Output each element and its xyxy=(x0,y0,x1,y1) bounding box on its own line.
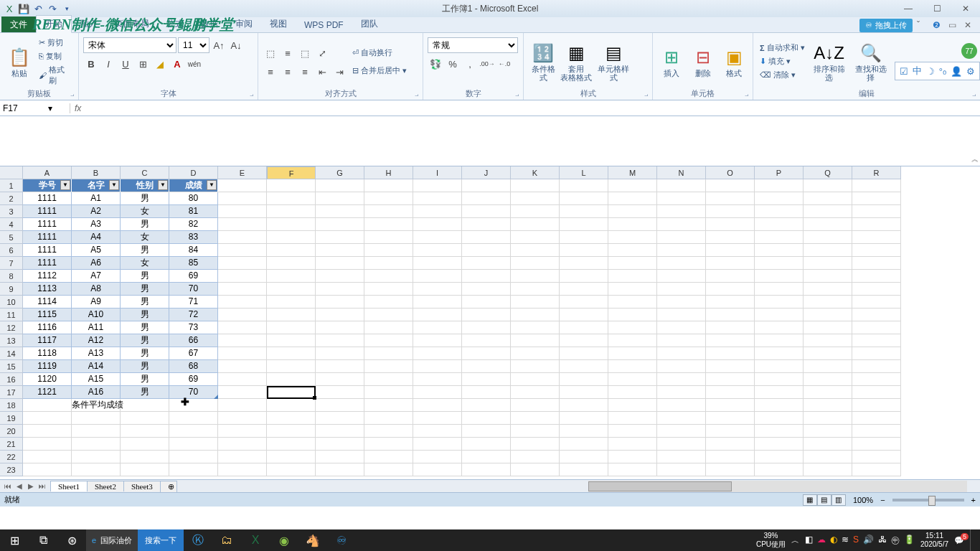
cell[interactable] xyxy=(560,321,608,334)
cell[interactable] xyxy=(267,438,316,451)
cell[interactable] xyxy=(511,463,560,476)
cell[interactable] xyxy=(218,386,267,399)
cell[interactable] xyxy=(462,231,511,244)
cell[interactable]: 1111 xyxy=(23,218,72,231)
cell[interactable] xyxy=(657,334,706,347)
cell[interactable] xyxy=(608,425,657,438)
cell[interactable]: 男 xyxy=(121,244,169,257)
cell[interactable] xyxy=(267,360,316,373)
cell[interactable]: 1111 xyxy=(23,257,72,270)
cell[interactable] xyxy=(608,451,657,463)
app-explorer-icon[interactable]: 🗂 xyxy=(212,529,241,551)
align-center-icon[interactable]: ≡ xyxy=(280,65,296,80)
cell[interactable] xyxy=(706,283,755,296)
cell[interactable] xyxy=(706,438,755,451)
cell[interactable] xyxy=(267,463,316,476)
cell[interactable] xyxy=(608,270,657,283)
cell[interactable]: 85 xyxy=(169,257,218,270)
cell[interactable]: A16 xyxy=(72,386,121,399)
cell[interactable]: A1 xyxy=(72,192,121,205)
cell[interactable] xyxy=(852,399,901,412)
side-options-strip[interactable]: ☑ 中 ☽ °₀ 👤 ⚙ xyxy=(895,62,980,80)
align-left-icon[interactable]: ≡ xyxy=(263,65,278,80)
cell[interactable] xyxy=(657,321,706,334)
cell[interactable] xyxy=(755,321,804,334)
cell[interactable] xyxy=(316,218,364,231)
cell[interactable]: 1113 xyxy=(23,283,72,296)
cell[interactable] xyxy=(706,425,755,438)
cell[interactable] xyxy=(364,386,413,399)
cell[interactable] xyxy=(511,192,560,205)
cond-format-button[interactable]: 🔢条件格式 xyxy=(528,34,558,88)
cell[interactable] xyxy=(511,347,560,360)
cell[interactable]: 1112 xyxy=(23,270,72,283)
row-header-10[interactable]: 10 xyxy=(0,296,23,309)
tray-expand-icon[interactable]: ︿ xyxy=(791,535,799,546)
help-icon[interactable]: ❷ xyxy=(933,20,944,32)
zoom-out-button[interactable]: − xyxy=(880,496,885,504)
person-icon[interactable]: 👤 xyxy=(951,66,962,77)
cell[interactable] xyxy=(560,218,608,231)
cell[interactable] xyxy=(608,205,657,218)
cell-style-button[interactable]: ▤单元格样式 xyxy=(594,34,633,88)
cell[interactable] xyxy=(706,257,755,270)
cell[interactable]: 男 xyxy=(121,360,169,373)
cell[interactable] xyxy=(804,438,852,451)
cell[interactable]: 70 xyxy=(169,283,218,296)
new-sheet-button[interactable]: ⊕ xyxy=(160,481,177,492)
cell[interactable] xyxy=(218,321,267,334)
zoom-in-button[interactable]: + xyxy=(971,496,976,504)
cell[interactable] xyxy=(706,192,755,205)
cell[interactable] xyxy=(755,296,804,309)
cell[interactable] xyxy=(316,451,364,463)
cell[interactable] xyxy=(316,231,364,244)
cell[interactable] xyxy=(267,399,316,412)
ime-icon[interactable]: ㊥ xyxy=(891,534,900,547)
row-header-4[interactable]: 4 xyxy=(0,218,23,231)
degree-icon[interactable]: °₀ xyxy=(939,66,946,77)
row-header-21[interactable]: 21 xyxy=(0,438,23,451)
cell[interactable] xyxy=(804,218,852,231)
view-buttons[interactable]: ▦▤▥ xyxy=(803,494,846,506)
cell[interactable] xyxy=(852,283,901,296)
cell[interactable] xyxy=(511,218,560,231)
cell[interactable] xyxy=(364,192,413,205)
cell[interactable] xyxy=(462,386,511,399)
cell[interactable] xyxy=(316,192,364,205)
row-header-13[interactable]: 13 xyxy=(0,334,23,347)
cell[interactable] xyxy=(852,192,901,205)
align-mid-icon[interactable]: ≡ xyxy=(280,46,296,62)
cell[interactable] xyxy=(804,334,852,347)
cell[interactable] xyxy=(755,192,804,205)
redo-icon[interactable]: ↷ xyxy=(46,2,59,15)
cell[interactable] xyxy=(706,309,755,321)
row-header-8[interactable]: 8 xyxy=(0,270,23,283)
cell[interactable] xyxy=(608,309,657,321)
indent-dec-icon[interactable]: ⇤ xyxy=(314,65,330,80)
cell[interactable] xyxy=(804,463,852,476)
cell[interactable] xyxy=(364,244,413,257)
cell[interactable] xyxy=(560,399,608,412)
cell[interactable] xyxy=(560,283,608,296)
cell[interactable] xyxy=(316,257,364,270)
cell[interactable] xyxy=(560,425,608,438)
cell[interactable]: A5 xyxy=(72,244,121,257)
col-header-O[interactable]: O xyxy=(706,166,755,179)
cell[interactable]: 1111 xyxy=(23,244,72,257)
cell[interactable] xyxy=(560,373,608,386)
cell[interactable] xyxy=(755,334,804,347)
cell[interactable] xyxy=(804,425,852,438)
col-header-K[interactable]: K xyxy=(511,166,560,179)
cell[interactable] xyxy=(364,179,413,192)
ribbon-opts-icon[interactable]: ▭ xyxy=(948,20,960,32)
cell[interactable] xyxy=(706,334,755,347)
cell[interactable] xyxy=(413,386,462,399)
cell[interactable] xyxy=(364,218,413,231)
cell[interactable] xyxy=(804,257,852,270)
cell[interactable] xyxy=(72,412,121,425)
cell[interactable] xyxy=(316,309,364,321)
tab-formula[interactable]: 公式 xyxy=(158,16,192,32)
cell[interactable] xyxy=(560,451,608,463)
cell[interactable] xyxy=(657,347,706,360)
cell[interactable] xyxy=(462,218,511,231)
